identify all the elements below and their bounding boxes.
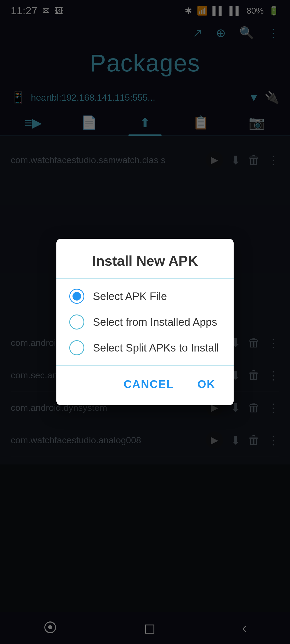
radio-label-split-apks: Select Split APKs to Install — [93, 342, 219, 354]
radio-split-apks[interactable] — [69, 340, 84, 355]
ok-button[interactable]: OK — [192, 375, 221, 393]
app-background: 11:27 ✉ 🖼 ✱ 📶 ▌▌ ▌▌ 80% 🔋 ↗ ⊕ 🔍 ⋮ Packag… — [0, 0, 290, 644]
dialog-buttons: CANCEL OK — [56, 365, 234, 405]
dialog-title-area: Install New APK — [56, 239, 234, 279]
radio-option-installed-apps[interactable]: Select from Installed Apps — [69, 314, 221, 330]
radio-label-apk-file: Select APK File — [93, 290, 167, 302]
dialog-options: Select APK File Select from Installed Ap… — [56, 279, 234, 365]
radio-option-split-apks[interactable]: Select Split APKs to Install — [69, 340, 221, 355]
install-apk-dialog: Install New APK Select APK File Select f… — [56, 239, 234, 405]
radio-option-apk-file[interactable]: Select APK File — [69, 289, 221, 304]
dialog-overlay: Install New APK Select APK File Select f… — [0, 0, 290, 644]
radio-label-installed-apps: Select from Installed Apps — [93, 316, 217, 328]
dialog-title-text: Install New APK — [92, 253, 198, 269]
cancel-button[interactable]: CANCEL — [118, 375, 179, 393]
radio-apk-file[interactable] — [69, 289, 84, 304]
radio-installed-apps[interactable] — [69, 314, 84, 330]
